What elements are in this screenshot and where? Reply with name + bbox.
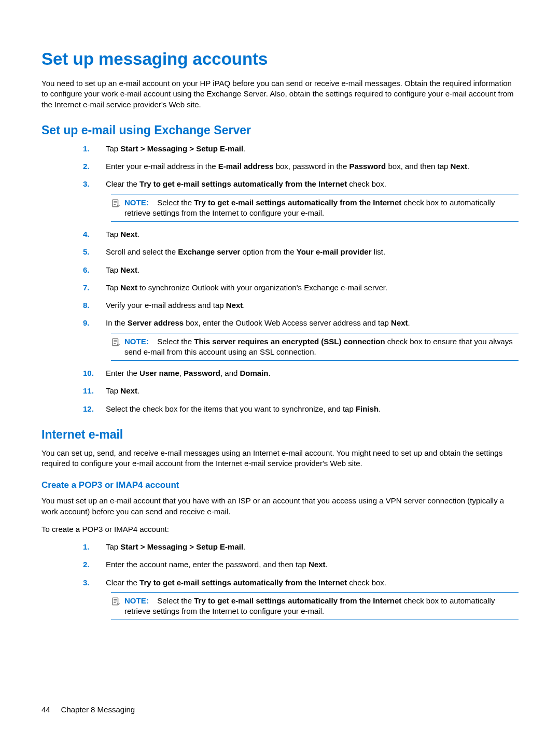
bold-text: User name	[139, 369, 179, 377]
note-content: NOTE: Select the Try to get e-mail setti…	[124, 198, 519, 219]
note-box: NOTE: Select the Try to get e-mail setti…	[111, 592, 519, 621]
list-item: 11. Tap Next.	[83, 386, 519, 396]
step-text: Enter your e-mail address in the	[106, 162, 218, 171]
step-text: .	[243, 301, 245, 310]
list-item: 5. Scroll and select the Exchange server…	[83, 247, 519, 257]
step-text: .	[243, 144, 245, 153]
step-text: Tap	[106, 386, 120, 395]
bold-text: Your e-mail provider	[297, 247, 372, 256]
list-item: 9. In the Server address box, enter the …	[83, 318, 519, 361]
list-item: 1. Tap Start > Messaging > Setup E-mail.	[83, 542, 519, 552]
section-heading-exchange: Set up e-mail using Exchange Server	[41, 123, 519, 137]
step-number: 6.	[83, 265, 90, 275]
step-text: box, enter the Outlook Web Access server…	[184, 318, 391, 327]
list-item: 2. Enter the account name, enter the pas…	[83, 559, 519, 570]
step-text: Enter the account name, enter the passwo…	[106, 560, 309, 569]
step-number: 11.	[83, 386, 94, 396]
document-page: Set up messaging accounts You need to se…	[0, 0, 560, 745]
step-text: list.	[372, 247, 386, 256]
bold-text: Server address	[128, 318, 184, 327]
bold-text: Start > Messaging > Setup E-mail	[120, 144, 243, 153]
exchange-steps-list: 1. Tap Start > Messaging > Setup E-mail.…	[83, 144, 519, 414]
step-number: 8.	[83, 300, 90, 311]
step-text: Verify your e-mail address and tap	[106, 301, 226, 310]
pop3-steps-list: 1. Tap Start > Messaging > Setup E-mail.…	[83, 542, 519, 620]
step-text: box, password in the	[274, 162, 349, 171]
step-text: .	[243, 542, 245, 551]
step-number: 4.	[83, 229, 90, 240]
step-text: to synchronize Outlook with your organiz…	[137, 283, 387, 292]
bold-text: Finish	[356, 404, 379, 413]
note-label: NOTE:	[124, 337, 149, 346]
step-number: 7.	[83, 283, 90, 293]
step-text: Tap	[106, 542, 120, 551]
step-text: .	[137, 386, 139, 395]
step-number: 9.	[83, 318, 90, 328]
bold-text: Next	[120, 283, 137, 292]
step-text: Scroll and select the	[106, 247, 178, 256]
list-item: 10. Enter the User name, Password, and D…	[83, 368, 519, 378]
section-heading-internet: Internet e-mail	[41, 428, 519, 442]
bold-text: Try to get e-mail settings automatically…	[139, 179, 347, 188]
bold-text: This server requires an encrypted (SSL) …	[194, 337, 385, 346]
bold-text: Exchange server	[178, 247, 240, 256]
bold-text: Next	[391, 318, 408, 327]
subsection-heading-pop3: Create a POP3 or IMAP4 account	[41, 480, 519, 490]
page-title: Set up messaging accounts	[41, 49, 519, 69]
list-item: 6. Tap Next.	[83, 265, 519, 275]
step-number: 3.	[83, 578, 90, 588]
step-number: 10.	[83, 368, 94, 378]
step-text: .	[467, 162, 469, 171]
bold-text: Password	[349, 162, 386, 171]
list-item: 2. Enter your e-mail address in the E-ma…	[83, 161, 519, 172]
bold-text: E-mail address	[218, 162, 274, 171]
step-number: 1.	[83, 144, 90, 154]
bold-text: Try to get e-mail settings automatically…	[139, 578, 347, 587]
step-number: 2.	[83, 559, 90, 570]
step-text: , and	[220, 369, 240, 377]
bold-text: Next	[120, 265, 137, 274]
step-text: option from the	[240, 247, 296, 256]
step-number: 5.	[83, 247, 90, 257]
pop3-intro-paragraph-2: To create a POP3 or IMAP4 account:	[41, 524, 519, 535]
bold-text: Try to get e-mail settings automatically…	[194, 596, 401, 605]
note-label: NOTE:	[124, 596, 149, 605]
page-number: 44	[41, 705, 50, 714]
step-number: 3.	[83, 179, 90, 189]
step-text: Clear the	[106, 578, 139, 587]
step-text: check box.	[347, 179, 386, 188]
list-item: 7. Tap Next to synchronize Outlook with …	[83, 283, 519, 293]
note-text: Select the	[157, 198, 194, 207]
note-content: NOTE: Select the This server requires an…	[124, 336, 519, 358]
step-number: 1.	[83, 542, 90, 552]
note-box: NOTE: Select the Try to get e-mail setti…	[111, 194, 519, 222]
list-item: 12. Select the check box for the items t…	[83, 404, 519, 414]
note-icon	[111, 338, 120, 347]
step-text: .	[137, 230, 139, 238]
intro-paragraph: You need to set up an e-mail account on …	[41, 78, 519, 110]
step-text: Clear the	[106, 179, 139, 188]
step-text: ,	[179, 369, 184, 377]
note-text: Select the	[157, 596, 194, 605]
step-text: Tap	[106, 230, 120, 238]
bold-text: Next	[451, 162, 468, 171]
step-text: Tap	[106, 265, 120, 274]
step-text: .	[326, 560, 328, 569]
note-box: NOTE: Select the This server requires an…	[111, 333, 519, 361]
step-text: box, and then tap	[386, 162, 450, 171]
bold-text: Start > Messaging > Setup E-mail	[120, 542, 243, 551]
step-number: 12.	[83, 404, 94, 414]
chapter-label: Chapter 8 Messaging	[61, 705, 135, 714]
page-footer: 44 Chapter 8 Messaging	[41, 705, 135, 714]
step-text: In the	[106, 318, 128, 327]
bold-text: Next	[226, 301, 243, 310]
step-text: Enter the	[106, 369, 139, 377]
bold-text: Try to get e-mail settings automatically…	[194, 198, 401, 207]
note-label: NOTE:	[124, 198, 149, 207]
internet-intro-paragraph: You can set up, send, and receive e-mail…	[41, 448, 519, 469]
pop3-intro-paragraph: You must set up an e-mail account that y…	[41, 496, 519, 517]
step-text: Tap	[106, 144, 120, 153]
step-text: check box.	[347, 578, 386, 587]
list-item: 1. Tap Start > Messaging > Setup E-mail.	[83, 144, 519, 154]
list-item: 3. Clear the Try to get e-mail settings …	[83, 578, 519, 621]
